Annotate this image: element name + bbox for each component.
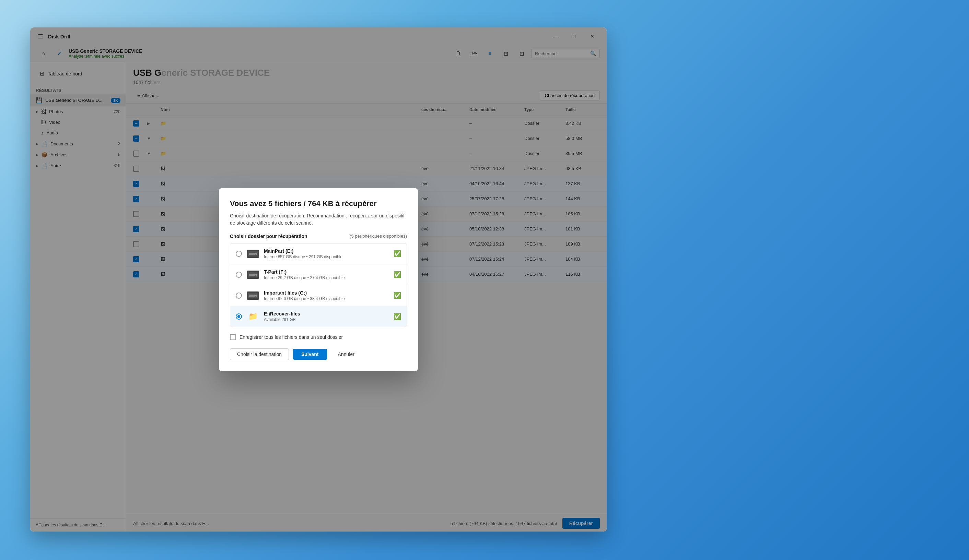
svg-point-2 xyxy=(255,253,257,255)
svg-point-5 xyxy=(255,274,257,276)
svg-rect-7 xyxy=(249,294,255,297)
radio-important[interactable] xyxy=(236,292,242,299)
drive-ok-icon-recover: ✅ xyxy=(394,313,401,320)
dialog-description: Choisir destination de récupération. Rec… xyxy=(230,212,407,227)
drive-ok-icon-mainpart: ✅ xyxy=(394,250,401,258)
drive-list: MainPart (E:) Interne 857 GB disque • 29… xyxy=(230,243,407,327)
drive-ok-icon-important: ✅ xyxy=(394,292,401,299)
radio-tpart[interactable] xyxy=(236,272,242,278)
drive-info-tpart: T-Part (F:) Interne 29.2 GB disque • 27.… xyxy=(264,269,389,280)
drive-graphic-recover: 📁 xyxy=(247,312,259,321)
svg-rect-4 xyxy=(249,274,255,276)
drive-graphic-mainpart xyxy=(247,250,259,258)
drive-item-recover[interactable]: 📁 E:\Recover-files Available 291 GB ✅ xyxy=(230,306,406,327)
drive-detail-important: Interne 97.6 GB disque • 38.4 GB disponi… xyxy=(264,296,389,301)
drive-ok-icon-tpart: ✅ xyxy=(394,271,401,278)
recovery-dialog: Vous avez 5 fichiers / 764 KB à récupére… xyxy=(219,188,418,371)
cancel-button[interactable]: Annuler xyxy=(331,349,361,360)
drive-item-important[interactable]: Important files (G:) Interne 97.6 GB dis… xyxy=(230,285,406,306)
drive-detail-recover: Available 291 GB xyxy=(264,317,389,322)
dialog-section-label: Choisir dossier pour récupération (5 pér… xyxy=(230,234,407,239)
save-single-folder-checkbox[interactable] xyxy=(230,334,236,340)
svg-rect-1 xyxy=(249,253,255,255)
dialog-title: Vous avez 5 fichiers / 764 KB à récupére… xyxy=(230,199,407,208)
radio-mainpart[interactable] xyxy=(236,251,242,257)
drive-name-important: Important files (G:) xyxy=(264,290,389,296)
drive-info-mainpart: MainPart (E:) Interne 857 GB disque • 29… xyxy=(264,248,389,259)
choose-folder-label: Choisir dossier pour récupération xyxy=(230,234,308,239)
drive-item-mainpart[interactable]: MainPart (E:) Interne 857 GB disque • 29… xyxy=(230,243,406,264)
save-single-folder-label: Enregistrer tous les fichiers dans un se… xyxy=(240,334,343,340)
drive-detail-mainpart: Interne 857 GB disque • 291 GB disponibl… xyxy=(264,254,389,259)
drive-graphic-tpart xyxy=(247,271,259,279)
drive-detail-tpart: Interne 29.2 GB disque • 27.4 GB disponi… xyxy=(264,275,389,280)
drive-name-mainpart: MainPart (E:) xyxy=(264,248,389,254)
drive-name-tpart: T-Part (F:) xyxy=(264,269,389,275)
drive-item-tpart[interactable]: T-Part (F:) Interne 29.2 GB disque • 27.… xyxy=(230,264,406,285)
next-button[interactable]: Suivant xyxy=(293,349,327,360)
dialog-section-note: (5 périphériques disponibles) xyxy=(350,234,407,239)
modal-overlay: Vous avez 5 fichiers / 764 KB à récupére… xyxy=(30,27,607,532)
svg-point-8 xyxy=(255,294,257,297)
radio-recover[interactable] xyxy=(236,313,242,320)
app-window: ☰ Disk Drill — □ ✕ ⌂ ✓ USB Generic STORA… xyxy=(30,27,607,532)
choose-destination-button[interactable]: Choisir la destination xyxy=(230,348,289,360)
drive-name-recover: E:\Recover-files xyxy=(264,311,389,317)
dialog-buttons: Choisir la destination Suivant Annuler xyxy=(230,348,407,360)
drive-graphic-important xyxy=(247,291,259,300)
drive-info-important: Important files (G:) Interne 97.6 GB dis… xyxy=(264,290,389,301)
drive-info-recover: E:\Recover-files Available 291 GB xyxy=(264,311,389,322)
save-single-folder-row: Enregistrer tous les fichiers dans un se… xyxy=(230,334,407,340)
